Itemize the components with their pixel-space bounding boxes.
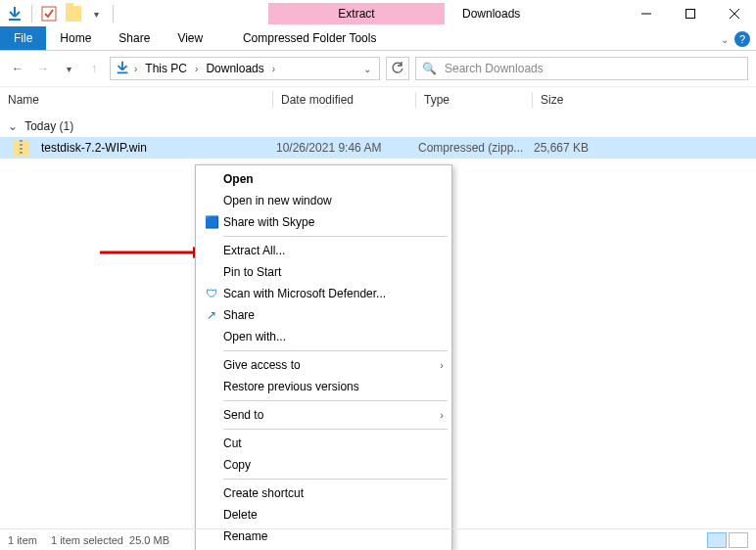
quick-access-toolbar: ▾ <box>0 3 121 24</box>
search-input[interactable] <box>443 61 741 76</box>
chevron-right-icon[interactable]: › <box>270 64 277 74</box>
window-title: Downloads <box>462 3 520 24</box>
tab-view[interactable]: View <box>164 26 216 50</box>
navigation-bar: ← → ▾ ↑ › This PC › Downloads › ⌄ 🔍 <box>0 51 756 86</box>
submenu-arrow-icon: › <box>440 359 446 371</box>
window-controls <box>624 0 756 27</box>
context-menu: Open Open in new window 🟦Share with Skyp… <box>195 164 452 550</box>
ribbon-collapse-icon[interactable]: ⌄ <box>721 34 729 45</box>
breadcrumb-downloads[interactable]: Downloads <box>202 62 267 75</box>
maximize-button[interactable] <box>668 0 712 27</box>
menu-copy[interactable]: Copy <box>198 454 449 476</box>
address-bar[interactable]: › This PC › Downloads › ⌄ <box>110 57 380 80</box>
menu-separator <box>223 479 448 480</box>
close-button[interactable] <box>712 0 756 27</box>
help-icon[interactable]: ? <box>734 31 750 47</box>
refresh-button[interactable] <box>386 57 409 80</box>
menu-send-to[interactable]: Send to› <box>198 404 449 426</box>
back-button[interactable]: ← <box>8 59 27 78</box>
menu-pin-to-start[interactable]: Pin to Start <box>198 261 449 283</box>
address-dropdown-icon[interactable]: ⌄ <box>359 64 375 74</box>
up-button[interactable]: ↑ <box>84 59 104 78</box>
properties-check-icon[interactable] <box>38 3 60 24</box>
download-arrow-icon <box>115 60 130 78</box>
title-bar: ▾ Extract Downloads <box>0 0 756 27</box>
qat-customize-icon[interactable]: ▾ <box>85 3 107 24</box>
submenu-arrow-icon: › <box>440 409 446 421</box>
menu-cut[interactable]: Cut <box>198 433 449 454</box>
menu-share[interactable]: ↗Share <box>198 304 449 326</box>
folder-icon[interactable] <box>62 3 83 24</box>
file-row[interactable]: testdisk-7.2-WIP.win 10/26/2021 9:46 AM … <box>0 137 756 159</box>
search-box[interactable]: 🔍 <box>415 57 748 80</box>
status-bar: 1 item 1 item selected 25.0 MB <box>0 528 756 550</box>
menu-extract-all[interactable]: Extract All... <box>198 240 449 261</box>
menu-give-access[interactable]: Give access to› <box>198 354 449 376</box>
menu-create-shortcut[interactable]: Create shortcut <box>198 482 449 504</box>
recent-locations-icon[interactable]: ▾ <box>59 59 78 78</box>
shield-icon: 🛡 <box>202 287 221 300</box>
minimize-button[interactable] <box>624 0 668 27</box>
file-date: 10/26/2021 9:46 AM <box>272 141 414 155</box>
group-label: Today <box>24 119 56 133</box>
chevron-down-icon: ⌄ <box>8 119 18 133</box>
tab-file[interactable]: File <box>0 26 46 50</box>
menu-open[interactable]: Open <box>198 168 449 190</box>
column-size[interactable]: Size <box>533 93 650 107</box>
status-item-count: 1 item <box>8 534 37 546</box>
tab-home[interactable]: Home <box>46 26 105 50</box>
share-icon: ↗ <box>202 308 221 322</box>
annotation-arrow <box>100 243 208 262</box>
file-name: testdisk-7.2-WIP.win <box>37 141 272 155</box>
menu-separator <box>223 236 448 237</box>
ribbon-tabs: File Home Share View Compressed Folder T… <box>0 27 756 51</box>
column-name[interactable]: Name <box>0 93 272 107</box>
menu-share-skype[interactable]: 🟦Share with Skype <box>198 211 449 233</box>
separator <box>113 5 114 23</box>
chevron-right-icon[interactable]: › <box>193 64 200 74</box>
zip-file-icon <box>14 140 33 156</box>
thumbnails-view-button[interactable] <box>729 532 748 548</box>
menu-scan-defender[interactable]: 🛡Scan with Microsoft Defender... <box>198 283 449 304</box>
search-icon: 🔍 <box>422 62 437 75</box>
skype-icon: 🟦 <box>202 215 221 229</box>
column-headers: Name Date modified Type Size <box>0 86 756 112</box>
menu-restore-versions[interactable]: Restore previous versions <box>198 376 449 397</box>
contextual-tab-header: Extract <box>268 3 445 24</box>
menu-delete[interactable]: Delete <box>198 504 449 526</box>
status-selection: 1 item selected 25.0 MB <box>51 534 169 546</box>
column-type[interactable]: Type <box>416 93 532 107</box>
details-view-button[interactable] <box>707 532 727 548</box>
group-count: (1) <box>60 119 74 133</box>
menu-open-new-window[interactable]: Open in new window <box>198 190 449 211</box>
column-date[interactable]: Date modified <box>273 93 415 107</box>
svg-rect-2 <box>685 10 694 19</box>
chevron-right-icon[interactable]: › <box>132 64 139 74</box>
breadcrumb-this-pc[interactable]: This PC <box>141 62 191 75</box>
file-size: 25,667 KB <box>530 141 647 155</box>
file-type: Compressed (zipp... <box>414 141 530 155</box>
tab-share[interactable]: Share <box>105 26 164 50</box>
menu-open-with[interactable]: Open with... <box>198 326 449 347</box>
tab-compressed-tools[interactable]: Compressed Folder Tools <box>221 26 398 50</box>
download-arrow-icon[interactable] <box>4 3 25 24</box>
menu-separator <box>223 429 448 430</box>
forward-button[interactable]: → <box>33 59 53 78</box>
menu-separator <box>223 350 448 351</box>
view-switcher <box>707 532 748 548</box>
separator <box>31 5 32 23</box>
menu-separator <box>223 400 448 401</box>
group-today[interactable]: ⌄ Today (1) <box>0 112 756 137</box>
